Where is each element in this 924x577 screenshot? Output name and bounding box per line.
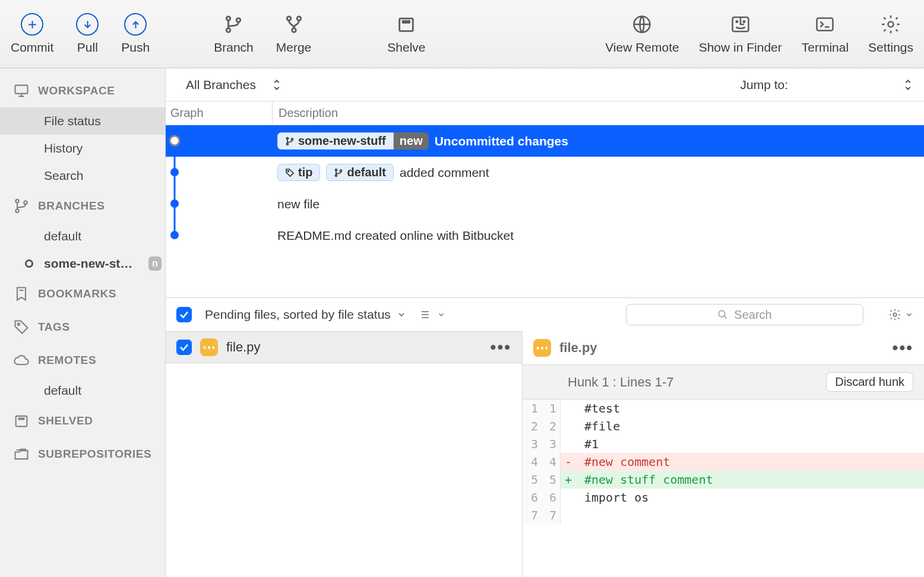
diff-panel: ⋯ file.py ••• Hunk 1 : Lines 1-7 Discard… xyxy=(522,331,924,577)
sidebar-item-branch-current[interactable]: some-new-st… n xyxy=(0,250,165,277)
svg-point-28 xyxy=(18,324,20,326)
sidebar-section-workspace[interactable]: WORKSPACE xyxy=(0,74,165,107)
svg-point-30 xyxy=(18,418,20,419)
commit-row[interactable]: new file xyxy=(166,188,924,220)
gear-icon xyxy=(888,308,901,321)
shelve-button[interactable]: Shelve xyxy=(385,9,428,58)
sidebar-section-tags[interactable]: TAGS xyxy=(0,310,165,344)
push-label: Push xyxy=(121,40,150,55)
pull-button[interactable]: Pull xyxy=(74,9,101,58)
list-mode-dropdown[interactable] xyxy=(419,309,445,321)
tag-icon xyxy=(13,319,30,335)
toolbar-left: Commit Pull Push Branch Merge xyxy=(8,9,428,58)
commit-message: added comment xyxy=(400,166,489,180)
shelve-label: Shelve xyxy=(387,40,425,55)
commit-message: Uncommitted changes xyxy=(435,134,568,148)
svg-line-49 xyxy=(724,316,727,319)
col-header-graph[interactable]: Graph xyxy=(166,102,273,125)
svg-point-9 xyxy=(292,28,296,33)
svg-rect-21 xyxy=(15,85,28,94)
svg-point-44 xyxy=(340,170,342,172)
finder-icon xyxy=(729,13,752,36)
settings-button[interactable]: Settings xyxy=(866,9,916,58)
modified-icon: ⋯ xyxy=(533,339,551,357)
diff-hunk-header: Hunk 1 : Lines 1-7 Discard hunk xyxy=(523,365,924,400)
list-icon xyxy=(419,309,431,321)
terminal-label: Terminal xyxy=(802,40,849,55)
chevron-down-icon xyxy=(397,310,406,319)
toolbar: Commit Pull Push Branch Merge xyxy=(0,0,924,68)
sidebar-item-history[interactable]: History xyxy=(0,135,165,162)
sidebar-section-label: BOOKMARKS xyxy=(38,287,116,300)
col-header-description[interactable]: Description xyxy=(273,102,924,125)
upload-icon xyxy=(124,13,147,36)
updown-icon xyxy=(904,79,912,91)
branch-filter-dropdown[interactable]: All Branches xyxy=(166,78,301,92)
terminal-button[interactable]: Terminal xyxy=(799,9,851,58)
pending-toolbar: Pending files, sorted by file status Sea… xyxy=(166,298,924,331)
plus-icon xyxy=(21,13,43,36)
view-remote-button[interactable]: View Remote xyxy=(603,9,682,58)
svg-point-31 xyxy=(21,418,22,419)
pull-label: Pull xyxy=(77,40,98,55)
file-row[interactable]: ⋯ file.py ••• xyxy=(166,331,522,363)
diff-line[interactable]: #file xyxy=(561,417,924,435)
diff-line[interactable]: import os xyxy=(561,489,924,506)
commit-button[interactable]: Commit xyxy=(8,9,56,58)
tag-icon xyxy=(285,168,295,177)
svg-point-24 xyxy=(15,199,18,202)
download-icon xyxy=(76,13,99,36)
sidebar-section-shelved[interactable]: SHELVED xyxy=(0,404,165,437)
diff-line[interactable]: -#new comment xyxy=(561,453,924,471)
jump-to-label: Jump to: xyxy=(740,78,788,92)
push-button[interactable]: Push xyxy=(119,9,152,58)
search-input[interactable]: Search xyxy=(626,304,863,325)
hunk-label: Hunk 1 : Lines 1-7 xyxy=(568,375,674,390)
diff-file-header: ⋯ file.py ••• xyxy=(523,331,924,365)
svg-point-6 xyxy=(237,18,241,23)
select-all-checkbox[interactable] xyxy=(176,307,192,322)
merge-icon xyxy=(283,13,305,36)
svg-point-39 xyxy=(286,143,288,145)
sidebar-item-file-status[interactable]: File status xyxy=(0,107,165,135)
svg-point-50 xyxy=(893,313,897,316)
svg-point-42 xyxy=(336,169,337,170)
discard-hunk-button[interactable]: Discard hunk xyxy=(826,372,913,392)
sidebar-section-bookmarks[interactable]: BOOKMARKS xyxy=(0,277,165,310)
merge-button[interactable]: Merge xyxy=(274,9,314,58)
commit-row[interactable]: tip default added comment xyxy=(166,157,924,188)
sidebar-item-remote-default[interactable]: default xyxy=(0,377,165,404)
diff-line[interactable]: #test xyxy=(561,400,924,417)
branch-icon xyxy=(222,13,245,36)
check-icon xyxy=(179,342,189,353)
commit-row[interactable]: some-new-stuff new Uncommitted changes xyxy=(166,125,924,157)
svg-point-43 xyxy=(336,175,337,176)
diff-file-name: file.py xyxy=(559,340,597,356)
tag-text: default xyxy=(347,166,386,179)
diff-actions-button[interactable]: ••• xyxy=(893,338,913,357)
branch-button[interactable]: Branch xyxy=(211,9,256,58)
sidebar-section-subrepos[interactable]: SUBREPOSITORIES xyxy=(0,437,165,471)
diff-line[interactable]: #1 xyxy=(561,435,924,453)
sidebar-section-remotes[interactable]: REMOTES xyxy=(0,344,165,377)
branch-label: Branch xyxy=(214,40,254,55)
modified-icon: ⋯ xyxy=(200,338,218,356)
diff-settings-dropdown[interactable] xyxy=(888,308,913,321)
diff-line[interactable]: +#new stuff comment xyxy=(561,471,924,489)
file-checkbox[interactable] xyxy=(176,340,192,355)
pending-sort-dropdown[interactable]: Pending files, sorted by file status xyxy=(205,307,406,322)
file-name: file.py xyxy=(226,340,260,355)
commit-row[interactable]: README.md created online with Bitbucket xyxy=(166,220,924,251)
monitor-icon xyxy=(13,83,30,99)
file-actions-button[interactable]: ••• xyxy=(491,338,511,357)
globe-icon xyxy=(631,13,653,36)
sidebar-item-branch-default[interactable]: default xyxy=(0,223,165,250)
gutter-new: 1234567 xyxy=(542,400,561,524)
pending-files-list: ⋯ file.py ••• xyxy=(166,331,522,577)
show-in-finder-button[interactable]: Show in Finder xyxy=(697,9,784,58)
chevron-down-icon xyxy=(905,310,913,319)
jump-to-dropdown[interactable]: Jump to: xyxy=(740,78,912,92)
sidebar-section-branches[interactable]: BRANCHES xyxy=(0,189,165,223)
tag-text: tip xyxy=(298,166,312,179)
sidebar-item-search[interactable]: Search xyxy=(0,162,165,189)
